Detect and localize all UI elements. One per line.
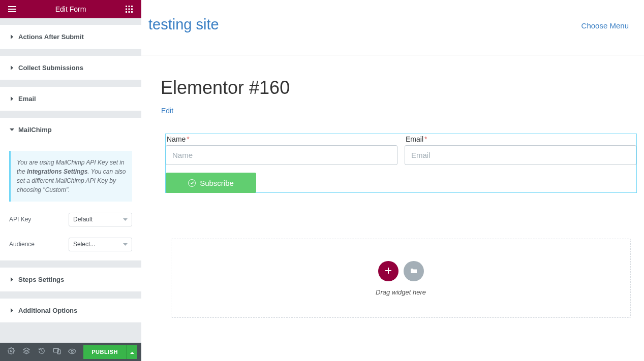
history-button[interactable]	[35, 345, 49, 359]
section-header-actions-after-submit[interactable]: Actions After Submit	[0, 25, 141, 49]
svg-rect-8	[131, 11, 133, 13]
devices-icon	[53, 347, 61, 356]
svg-rect-6	[126, 11, 127, 13]
publish-group: PUBLISH	[83, 345, 137, 359]
add-section-button[interactable]	[378, 261, 398, 281]
section-header-email[interactable]: Email	[0, 87, 141, 111]
api-key-row: API Key Default	[9, 213, 132, 226]
section-header-additional-options[interactable]: Additional Options	[0, 299, 141, 322]
navigator-button[interactable]	[19, 345, 34, 359]
caret-right-icon	[9, 308, 14, 313]
svg-rect-7	[129, 11, 130, 13]
section-additional-options: Additional Options	[0, 298, 141, 323]
section-label: Email	[18, 95, 36, 103]
section-label: Collect Submissions	[18, 64, 83, 72]
api-key-value: Default	[73, 216, 93, 223]
svg-rect-2	[131, 6, 133, 7]
caret-up-icon	[130, 347, 134, 356]
audience-label: Audience	[9, 241, 35, 248]
folder-icon	[410, 267, 417, 276]
caret-right-icon	[9, 96, 14, 101]
svg-rect-0	[126, 6, 127, 7]
caret-right-icon	[9, 34, 14, 39]
section-header-steps-settings[interactable]: Steps Settings	[0, 268, 141, 291]
svg-rect-4	[129, 8, 130, 10]
section-label: MailChimp	[18, 126, 52, 134]
section-label: Steps Settings	[18, 276, 64, 283]
section-label: Additional Options	[18, 307, 77, 314]
svg-point-13	[71, 350, 73, 352]
audience-value: Select...	[73, 241, 95, 248]
layers-icon	[23, 347, 30, 356]
plus-icon	[385, 267, 391, 276]
required-mark: *	[424, 135, 427, 143]
drop-zone[interactable]: Drag widget here	[171, 239, 631, 318]
section-label: Actions After Submit	[18, 33, 84, 41]
chevron-down-icon	[123, 241, 128, 248]
publish-options-button[interactable]	[126, 345, 137, 359]
choose-menu-link[interactable]: Choose Menu	[581, 21, 629, 30]
chevron-down-icon	[123, 216, 128, 223]
section-steps-settings: Steps Settings	[0, 267, 141, 292]
page-title: Elementor #160	[161, 77, 290, 99]
api-key-label: API Key	[9, 216, 31, 223]
panel-scroll: Actions After Submit Collect Submissions…	[0, 18, 141, 343]
section-header-mailchimp[interactable]: MailChimp	[0, 118, 141, 142]
caret-down-icon	[9, 127, 14, 132]
email-input[interactable]	[405, 145, 636, 165]
need-help[interactable]: Need Help ?	[0, 323, 141, 343]
caret-right-icon	[9, 277, 14, 282]
email-field: Email *	[401, 135, 636, 165]
header-divider	[141, 55, 644, 55]
check-circle-icon	[188, 179, 196, 187]
responsive-button[interactable]	[50, 345, 64, 359]
grid-icon	[126, 6, 133, 13]
subscribe-button[interactable]: Subscribe	[166, 173, 256, 193]
drop-zone-text: Drag widget here	[376, 288, 426, 296]
section-actions-after-submit: Actions After Submit	[0, 24, 141, 49]
required-mark: *	[187, 135, 189, 143]
form-row: Name * Email *	[166, 135, 636, 165]
settings-button[interactable]	[4, 345, 18, 359]
hamburger-icon	[8, 6, 16, 12]
email-label: Email	[406, 135, 423, 143]
gear-icon	[8, 347, 15, 356]
caret-right-icon	[9, 65, 14, 70]
section-body-mailchimp: You are using MailChimp API Key set in t…	[0, 151, 141, 260]
api-key-select[interactable]: Default	[69, 213, 132, 226]
svg-rect-5	[131, 8, 133, 10]
name-label: Name	[167, 135, 186, 143]
widgets-button[interactable]	[122, 6, 136, 13]
preview-area: testing site Choose Menu Elementor #160 …	[141, 0, 644, 361]
site-title-link[interactable]: testing site	[148, 16, 219, 33]
name-input[interactable]	[166, 145, 397, 165]
section-email: Email	[0, 86, 141, 111]
svg-rect-3	[126, 8, 127, 10]
edit-link[interactable]: Edit	[161, 107, 173, 115]
panel-footer: PUBLISH	[0, 343, 141, 361]
mailchimp-info-box: You are using MailChimp API Key set in t…	[9, 151, 132, 202]
name-field: Name *	[166, 135, 401, 165]
eye-icon	[68, 347, 76, 356]
audience-select[interactable]: Select...	[69, 238, 132, 251]
history-icon	[38, 347, 45, 356]
section-header-collect-submissions[interactable]: Collect Submissions	[0, 56, 141, 80]
form-widget-selected[interactable]: Name * Email * Subscribe	[165, 134, 637, 193]
publish-button[interactable]: PUBLISH	[83, 345, 126, 359]
panel-header: Edit Form	[0, 0, 141, 18]
svg-rect-1	[129, 6, 130, 7]
audience-row: Audience Select...	[9, 238, 132, 251]
editor-panel: Edit Form Actions After Submit Colle	[0, 0, 141, 361]
svg-point-9	[10, 350, 12, 352]
panel-title: Edit Form	[55, 5, 86, 13]
preview-button[interactable]	[65, 345, 79, 359]
template-button[interactable]	[404, 261, 424, 281]
section-mailchimp: MailChimp You are using MailChimp API Ke…	[0, 117, 141, 261]
section-collect-submissions: Collect Submissions	[0, 55, 141, 80]
menu-button[interactable]	[5, 6, 19, 12]
svg-marker-10	[23, 348, 29, 351]
